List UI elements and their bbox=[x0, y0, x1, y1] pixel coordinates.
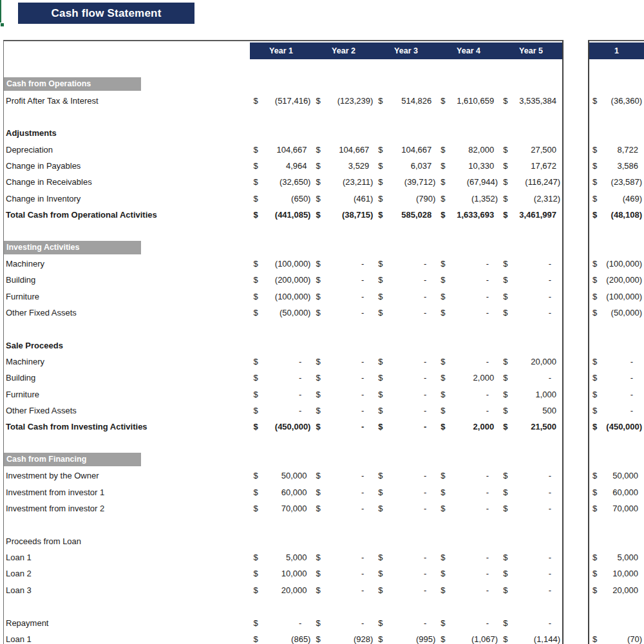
value-cell-year-4[interactable]: $- bbox=[437, 569, 500, 578]
value-cell-year-4[interactable]: $(1,067) bbox=[437, 634, 500, 644]
value-cell-year-1[interactable]: $- bbox=[251, 618, 313, 628]
value-cell-year-2[interactable]: $(461) bbox=[312, 194, 375, 204]
value-cell-year-2[interactable]: $(23,211) bbox=[312, 177, 375, 187]
value-cell-year-1[interactable]: $10,000 bbox=[251, 569, 313, 578]
column-header-year-2[interactable]: Year 2 bbox=[312, 43, 375, 59]
value-cell-year-4[interactable]: $2,000 bbox=[437, 422, 500, 431]
value-cell-year-4[interactable]: $1,610,659 bbox=[437, 96, 500, 106]
value-cell-year-5[interactable]: $1,000 bbox=[500, 390, 562, 399]
value-cell-year-1[interactable]: $(650) bbox=[251, 194, 313, 204]
value-cell-year-3[interactable]: $- bbox=[375, 292, 437, 301]
label-cell[interactable]: Furniture bbox=[4, 390, 251, 399]
label-cell[interactable]: Building bbox=[4, 373, 251, 383]
column-header-year-1[interactable]: Year 1 bbox=[250, 43, 312, 59]
label-cell[interactable]: Depreciation bbox=[4, 145, 251, 155]
value-cell-year-1[interactable]: $- bbox=[251, 357, 313, 366]
row-label-column-header[interactable] bbox=[4, 43, 250, 59]
value-cell-month-1[interactable]: $(50,000) bbox=[589, 308, 644, 317]
label-cell[interactable]: Other Fixed Assets bbox=[4, 308, 251, 317]
value-cell-month-1[interactable]: $5,000 bbox=[589, 553, 644, 562]
value-cell-year-5[interactable]: $20,000 bbox=[500, 357, 562, 366]
value-cell-year-5[interactable]: $500 bbox=[500, 406, 562, 415]
value-cell-month-1[interactable]: $- bbox=[589, 406, 644, 415]
value-cell-year-3[interactable]: $- bbox=[375, 618, 437, 628]
value-cell-year-2[interactable]: $- bbox=[312, 406, 375, 415]
subheader-cell[interactable]: Adjustments bbox=[4, 128, 251, 138]
value-cell-year-3[interactable]: $- bbox=[375, 275, 437, 285]
value-cell-year-4[interactable]: $2,000 bbox=[437, 373, 500, 383]
value-cell-month-1[interactable]: $(469) bbox=[589, 194, 644, 204]
value-cell-year-3[interactable]: $- bbox=[375, 553, 437, 562]
value-cell-year-5[interactable]: $- bbox=[500, 488, 562, 497]
value-cell-year-2[interactable]: $(38,715) bbox=[312, 210, 375, 220]
value-cell-year-3[interactable]: $- bbox=[375, 422, 437, 431]
label-cell[interactable]: Investment from investor 2 bbox=[4, 504, 251, 513]
value-cell-year-4[interactable]: $- bbox=[437, 553, 500, 562]
value-cell-year-1[interactable]: $(32,650) bbox=[251, 177, 313, 187]
column-header-year-3[interactable]: Year 3 bbox=[375, 43, 437, 59]
section-header-cell[interactable]: Investing Activities bbox=[4, 241, 141, 254]
value-cell-month-1[interactable]: $- bbox=[589, 373, 644, 383]
value-cell-year-4[interactable]: $- bbox=[437, 585, 500, 595]
value-cell-year-5[interactable]: $(2,312) bbox=[500, 194, 562, 204]
fill-handle-icon[interactable] bbox=[0, 23, 5, 27]
value-cell-year-2[interactable]: $- bbox=[312, 553, 375, 562]
value-cell-month-1[interactable]: $20,000 bbox=[589, 585, 644, 595]
value-cell-month-1[interactable]: $- bbox=[589, 390, 644, 399]
value-cell-month-1[interactable]: $(200,000) bbox=[589, 275, 644, 285]
value-cell-year-5[interactable]: $(1,144) bbox=[500, 634, 562, 644]
value-cell-year-3[interactable]: $- bbox=[375, 390, 437, 399]
value-cell-year-5[interactable]: $- bbox=[500, 585, 562, 595]
value-cell-year-5[interactable]: $17,672 bbox=[500, 161, 562, 171]
value-cell-year-1[interactable]: $(517,416) bbox=[251, 96, 313, 106]
value-cell-year-5[interactable]: $- bbox=[500, 471, 562, 480]
value-cell-month-1[interactable]: $60,000 bbox=[589, 488, 644, 497]
value-cell-year-4[interactable]: $(67,944) bbox=[437, 177, 500, 187]
value-cell-year-5[interactable]: $- bbox=[500, 504, 562, 513]
value-cell-year-2[interactable]: $- bbox=[312, 488, 375, 497]
label-cell[interactable]: Other Fixed Assets bbox=[4, 406, 251, 415]
value-cell-year-4[interactable]: $- bbox=[437, 406, 500, 415]
value-cell-month-1[interactable]: $(450,000) bbox=[589, 422, 644, 431]
value-cell-year-2[interactable]: $3,529 bbox=[312, 161, 375, 171]
value-cell-year-4[interactable]: $- bbox=[437, 390, 500, 399]
column-header-month-1[interactable]: 1 bbox=[589, 43, 644, 59]
value-cell-year-4[interactable]: $- bbox=[437, 259, 500, 269]
value-cell-year-2[interactable]: $104,667 bbox=[312, 145, 375, 155]
value-cell-year-4[interactable]: $- bbox=[437, 292, 500, 301]
label-cell[interactable]: Change in Payables bbox=[4, 161, 251, 171]
value-cell-year-1[interactable]: $(200,000) bbox=[251, 275, 313, 285]
value-cell-year-3[interactable]: $(995) bbox=[375, 634, 437, 644]
value-cell-year-5[interactable]: $3,461,997 bbox=[500, 210, 562, 220]
value-cell-year-5[interactable]: $21,500 bbox=[500, 422, 562, 431]
value-cell-year-5[interactable]: $- bbox=[500, 292, 562, 301]
label-cell[interactable]: Loan 3 bbox=[4, 585, 251, 595]
label-cell[interactable]: Change in Receivables bbox=[4, 177, 251, 187]
value-cell-year-2[interactable]: $- bbox=[312, 422, 375, 431]
value-cell-year-1[interactable]: $- bbox=[251, 406, 313, 415]
value-cell-year-1[interactable]: $- bbox=[251, 390, 313, 399]
value-cell-year-4[interactable]: $10,330 bbox=[437, 161, 500, 171]
value-cell-year-3[interactable]: $(39,712) bbox=[375, 177, 437, 187]
value-cell-year-1[interactable]: $5,000 bbox=[251, 553, 313, 562]
value-cell-year-4[interactable]: $- bbox=[437, 275, 500, 285]
value-cell-month-1[interactable]: $(70) bbox=[589, 634, 644, 644]
column-header-year-4[interactable]: Year 4 bbox=[437, 43, 500, 59]
value-cell-year-1[interactable]: $(100,000) bbox=[251, 259, 313, 269]
value-cell-year-1[interactable]: $50,000 bbox=[251, 471, 313, 480]
value-cell-year-2[interactable]: $- bbox=[312, 504, 375, 513]
value-cell-year-2[interactable]: $- bbox=[312, 618, 375, 628]
subheader-cell[interactable]: Sale Proceeds bbox=[4, 341, 251, 350]
label-cell[interactable]: Change in Inventory bbox=[4, 194, 251, 204]
value-cell-month-1[interactable]: $10,000 bbox=[589, 569, 644, 578]
value-cell-month-1[interactable]: $(23,587) bbox=[589, 177, 644, 187]
value-cell-year-2[interactable]: $- bbox=[312, 471, 375, 480]
label-cell[interactable]: Loan 1 bbox=[4, 553, 251, 562]
value-cell-year-4[interactable]: $- bbox=[437, 618, 500, 628]
label-cell[interactable]: Machinery bbox=[4, 259, 251, 269]
value-cell-month-1[interactable]: $50,000 bbox=[589, 471, 644, 480]
column-header-year-5[interactable]: Year 5 bbox=[500, 43, 562, 59]
value-cell-month-1[interactable]: $3,586 bbox=[589, 161, 644, 171]
label-cell[interactable]: Loan 2 bbox=[4, 569, 251, 578]
value-cell-year-1[interactable]: $(100,000) bbox=[251, 292, 313, 301]
